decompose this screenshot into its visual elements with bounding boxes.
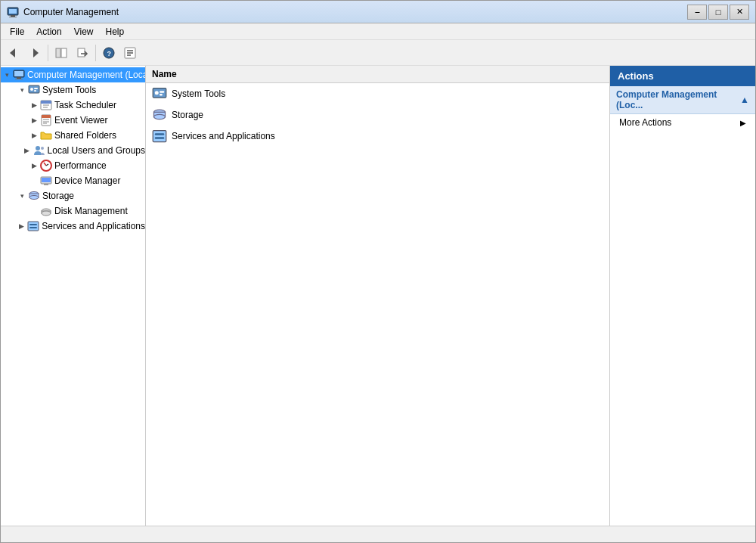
main-area: ▾ Computer Management (Local) ▾ (1, 66, 755, 526)
tree-shared-folders[interactable]: ▶ Shared Folders (1, 128, 145, 143)
svg-rect-17 (14, 71, 23, 76)
system-tools-icon (28, 84, 40, 96)
export-button[interactable] (73, 43, 92, 63)
center-panel: Name System Tools (146, 66, 610, 526)
event-viewer-icon (40, 114, 52, 126)
minimize-button[interactable]: ‒ (687, 5, 707, 20)
more-actions-label: More Actions (619, 117, 671, 128)
toolbar-separator-2 (95, 45, 96, 61)
export-icon (76, 47, 88, 59)
actions-section-collapse-icon[interactable]: ▲ (740, 95, 749, 105)
computer-management-icon (13, 69, 25, 81)
status-bar (1, 526, 755, 542)
performance-expand-icon[interactable]: ▶ (28, 160, 40, 172)
tree-services-apps[interactable]: ▶ Services and Applications (1, 219, 145, 234)
toolbar-separator-1 (48, 45, 48, 61)
task-scheduler-expand-icon[interactable]: ▶ (28, 99, 40, 111)
maximize-button[interactable]: □ (708, 5, 728, 20)
svg-marker-5 (33, 48, 39, 57)
list-item[interactable]: Storage (146, 104, 609, 126)
services-apps-tree-label: Services and Applications (42, 221, 145, 231)
svg-rect-19 (15, 79, 23, 79)
close-button[interactable]: ✕ (730, 5, 749, 20)
svg-point-56 (154, 114, 166, 119)
svg-rect-23 (34, 90, 36, 92)
list-header: Name (146, 66, 609, 83)
help-icon: ? (103, 47, 115, 59)
task-scheduler-label: Task Scheduler (54, 100, 116, 110)
device-manager-no-children (28, 175, 40, 187)
svg-rect-47 (28, 222, 39, 231)
menu-view[interactable]: View (68, 25, 100, 39)
tree-performance[interactable]: ▶ Performance (1, 158, 145, 173)
svg-rect-48 (29, 224, 37, 225)
performance-icon (40, 160, 52, 172)
root-expand-icon[interactable]: ▾ (1, 69, 13, 81)
forward-button[interactable] (25, 43, 45, 63)
svg-rect-52 (160, 91, 164, 93)
actions-header: Actions (610, 66, 755, 86)
disk-management-label: Disk Management (54, 206, 128, 216)
tree-device-manager[interactable]: Device Manager (1, 173, 145, 188)
svg-rect-57 (153, 131, 166, 142)
svg-rect-1 (9, 9, 17, 14)
list-item[interactable]: Services and Applications (146, 126, 609, 147)
tree-panel: ▾ Computer Management (Local) ▾ (1, 66, 146, 526)
more-actions-item[interactable]: More Actions ▶ (610, 114, 755, 131)
shared-folders-icon (40, 129, 52, 141)
tree-root-label: Computer Management (Local) (27, 70, 146, 80)
svg-rect-8 (78, 48, 85, 57)
storage-tree-label: Storage (42, 191, 74, 201)
tree-event-viewer[interactable]: ▶ Event Viewer (1, 113, 145, 128)
services-apps-expand-icon[interactable]: ▶ (15, 220, 27, 232)
svg-marker-4 (10, 48, 15, 57)
list-item[interactable]: System Tools (146, 83, 609, 104)
shared-folders-expand-icon[interactable]: ▶ (28, 129, 40, 141)
show-hide-button[interactable] (51, 43, 71, 63)
window-title: Computer Management (23, 7, 687, 17)
storage-expand-icon[interactable]: ▾ (16, 190, 28, 202)
local-users-label: Local Users and Groups (48, 145, 145, 156)
tree-system-tools[interactable]: ▾ System Tools (1, 82, 145, 98)
tree-local-users[interactable]: ▶ Local Users and Groups (1, 143, 145, 158)
tree-task-scheduler[interactable]: ▶ Task Scheduler (1, 98, 145, 113)
svg-point-43 (29, 196, 39, 200)
system-tools-list-icon (152, 86, 167, 101)
app-icon (7, 6, 19, 18)
tree-storage[interactable]: ▾ Storage (1, 188, 145, 203)
svg-point-21 (30, 88, 33, 91)
back-button[interactable] (4, 43, 23, 63)
system-tools-expand-icon[interactable]: ▾ (16, 84, 28, 96)
tree-disk-management[interactable]: Disk Management (1, 203, 145, 219)
svg-rect-18 (17, 77, 21, 79)
more-actions-arrow-icon: ▶ (740, 119, 746, 127)
event-viewer-expand-icon[interactable]: ▶ (28, 114, 40, 126)
storage-list-icon (152, 107, 167, 123)
system-tools-label: System Tools (42, 85, 96, 95)
svg-rect-58 (155, 133, 165, 135)
menu-action[interactable]: Action (30, 25, 67, 39)
device-manager-label: Device Manager (54, 175, 120, 186)
disk-management-icon (40, 205, 52, 217)
services-apps-list-label: Services and Applications (172, 131, 275, 141)
actions-panel: Actions Computer Management (Loc... ▲ Mo… (610, 66, 755, 526)
svg-rect-53 (160, 94, 163, 96)
local-users-expand-icon[interactable]: ▶ (21, 144, 33, 157)
svg-point-33 (36, 146, 40, 150)
menu-file[interactable]: File (4, 25, 30, 39)
actions-section-title[interactable]: Computer Management (Loc... ▲ (610, 86, 755, 114)
shared-folders-label: Shared Folders (54, 130, 116, 141)
svg-rect-7 (61, 48, 67, 57)
help-button[interactable]: ? (99, 43, 119, 63)
tree-root[interactable]: ▾ Computer Management (Local) (1, 67, 145, 82)
show-hide-icon (55, 47, 67, 59)
svg-rect-6 (56, 48, 60, 57)
local-users-icon (33, 144, 45, 157)
svg-point-34 (41, 147, 44, 150)
forward-icon (29, 47, 41, 59)
system-tools-list-label: System Tools (172, 88, 225, 99)
properties-button[interactable] (120, 43, 140, 63)
svg-rect-40 (44, 184, 48, 185)
menu-help[interactable]: Help (100, 25, 131, 39)
svg-text:?: ? (107, 50, 112, 57)
